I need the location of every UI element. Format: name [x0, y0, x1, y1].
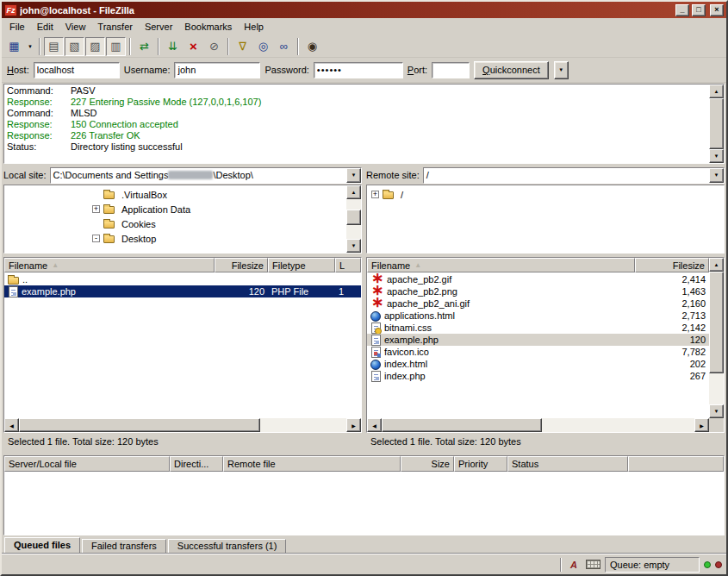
scroll-down-icon[interactable]: ▼ — [709, 149, 724, 163]
password-input[interactable] — [314, 62, 403, 78]
menu-edit[interactable]: Edit — [31, 19, 59, 34]
tree-expander[interactable]: + — [371, 191, 379, 198]
cancel-button[interactable]: × — [184, 37, 203, 56]
maximize-button[interactable]: □ — [692, 4, 706, 16]
remote-list-hscrollbar[interactable]: ◀ ▶ — [367, 418, 724, 432]
scroll-up-icon[interactable]: ▲ — [346, 185, 361, 199]
toggle-transfer-queue-button[interactable]: ▥ — [106, 37, 126, 56]
file-row[interactable]: bitnami.css2,142 — [367, 322, 709, 334]
close-button[interactable]: × — [710, 4, 724, 16]
directory-comparison-button[interactable]: ◎ — [253, 37, 273, 56]
scrollbar-thumb[interactable] — [382, 418, 542, 432]
log-scrollbar[interactable]: ▲ ▼ — [709, 85, 724, 163]
column-header-last-modified[interactable]: L — [335, 258, 361, 272]
local-site-path[interactable]: C:\Documents and Settings\Desktop\ — [51, 168, 346, 183]
column-header-filesize[interactable]: Filesize — [215, 258, 268, 272]
host-input[interactable] — [34, 62, 120, 78]
tree-expander[interactable]: + — [92, 205, 100, 213]
filezilla-app-icon[interactable]: Fz — [4, 4, 17, 16]
refresh-button[interactable]: ⇄ — [134, 37, 154, 56]
file-size: 267 — [635, 370, 709, 382]
column-header-filetype[interactable]: Filetype — [268, 258, 335, 272]
menu-transfer[interactable]: Transfer — [91, 19, 139, 34]
column-header-remote-file[interactable]: Remote file — [223, 456, 401, 472]
process-queue-button[interactable]: ⇊ — [163, 37, 183, 56]
tab-queued-files[interactable]: Queued files — [4, 537, 80, 554]
file-row-selected[interactable]: example.php 120 PHP File 1 — [4, 285, 361, 297]
disconnect-button[interactable]: ⊘ — [204, 37, 224, 56]
tree-item[interactable]: +Application Data — [4, 202, 346, 216]
file-row[interactable]: apache_pb2_ani.gif2,160 — [367, 297, 709, 310]
tree-item[interactable]: -Desktop — [4, 231, 346, 246]
menu-file[interactable]: File — [3, 19, 31, 34]
tab-failed-transfers[interactable]: Failed transfers — [82, 539, 166, 554]
username-input[interactable] — [174, 62, 260, 78]
toggle-message-log-button[interactable]: ▤ — [44, 37, 64, 56]
column-header-filesize[interactable]: Filesize — [635, 258, 709, 272]
menu-bookmarks[interactable]: Bookmarks — [178, 19, 238, 34]
scroll-left-icon[interactable]: ◀ — [367, 418, 382, 432]
tree-item[interactable]: .VirtualBox — [4, 187, 346, 202]
menu-help[interactable]: Help — [238, 19, 270, 34]
file-row[interactable]: apache_pb2.png1,463 — [367, 285, 709, 297]
menu-view[interactable]: View — [59, 19, 92, 34]
quickconnect-button[interactable]: Quickconnect — [474, 61, 549, 79]
file-row[interactable]: applications.html2,713 — [367, 310, 709, 322]
menu-server[interactable]: Server — [139, 19, 178, 34]
file-row[interactable]: favicon.ico7,782 — [367, 346, 709, 358]
scrollbar-track[interactable] — [382, 418, 694, 432]
scrollbar-thumb[interactable] — [709, 98, 724, 149]
scroll-down-icon[interactable]: ▼ — [346, 239, 361, 253]
scroll-right-icon[interactable]: ▶ — [346, 418, 361, 432]
scrollbar-track[interactable] — [709, 272, 724, 404]
local-site-combobox[interactable]: C:\Documents and Settings\Desktop\ ▼ — [50, 167, 362, 184]
local-tree-scrollbar[interactable]: ▲ ▼ — [346, 185, 361, 253]
tree-expander[interactable]: - — [92, 235, 100, 242]
chevron-down-icon[interactable]: ▼ — [346, 168, 361, 183]
column-header-size[interactable]: Size — [401, 456, 454, 472]
tree-item[interactable]: +/ — [367, 187, 724, 202]
scrollbar-thumb[interactable] — [346, 210, 361, 225]
scrollbar-thumb[interactable] — [709, 272, 724, 373]
site-manager-dropdown-icon[interactable]: ▼ — [25, 37, 35, 56]
scroll-left-icon[interactable]: ◀ — [4, 418, 19, 432]
site-manager-button[interactable]: ▦ — [4, 37, 24, 56]
remote-site-combobox[interactable]: / ▼ — [423, 167, 725, 184]
tab-successful-transfers[interactable]: Successful transfers (1) — [168, 539, 287, 554]
directory-filter-button[interactable]: ∇ — [233, 37, 252, 56]
scroll-up-icon[interactable]: ▲ — [709, 258, 724, 272]
scrollbar-track[interactable] — [346, 199, 361, 239]
column-header-filename[interactable]: Filename▲ — [367, 258, 635, 272]
folder-icon — [103, 206, 115, 214]
queue-body[interactable] — [4, 472, 724, 535]
statusbar-separator — [560, 558, 562, 572]
scroll-down-icon[interactable]: ▼ — [709, 404, 724, 418]
minimize-button[interactable]: _ — [675, 4, 689, 16]
file-row[interactable]: index.php267 — [367, 370, 709, 382]
column-header-server-local-file[interactable]: Server/Local file — [4, 456, 170, 472]
file-row[interactable]: .. — [4, 273, 361, 285]
scrollbar-track[interactable] — [709, 98, 724, 149]
tree-item[interactable]: Cookies — [4, 216, 346, 231]
column-header-priority[interactable]: Priority — [454, 456, 507, 472]
scroll-right-icon[interactable]: ▶ — [694, 418, 709, 432]
scrollbar-track[interactable] — [19, 418, 346, 432]
file-row-selected[interactable]: example.php120 — [367, 334, 709, 346]
file-row[interactable]: apache_pb2.gif2,414 — [367, 273, 709, 285]
remote-site-path[interactable]: / — [424, 168, 709, 183]
find-files-button[interactable]: ◉ — [302, 37, 322, 56]
column-header-filename[interactable]: Filename▲ — [4, 258, 215, 272]
toggle-local-tree-button[interactable]: ▧ — [65, 37, 84, 56]
column-header-status[interactable]: Status — [507, 456, 628, 472]
remote-list-vscrollbar[interactable]: ▲ ▼ — [709, 258, 724, 418]
port-input[interactable] — [432, 62, 470, 78]
chevron-down-icon[interactable]: ▼ — [709, 168, 724, 183]
local-list-hscrollbar[interactable]: ◀ ▶ — [4, 418, 361, 432]
column-header-direction[interactable]: Directi... — [170, 456, 223, 472]
scrollbar-thumb[interactable] — [19, 418, 260, 432]
scroll-up-icon[interactable]: ▲ — [709, 85, 724, 98]
toggle-remote-tree-button[interactable]: ▨ — [85, 37, 105, 56]
file-row[interactable]: index.html202 — [367, 358, 709, 370]
synchronized-browsing-button[interactable]: ∞ — [274, 37, 294, 56]
quickconnect-dropdown-button[interactable]: ▼ — [554, 61, 569, 79]
